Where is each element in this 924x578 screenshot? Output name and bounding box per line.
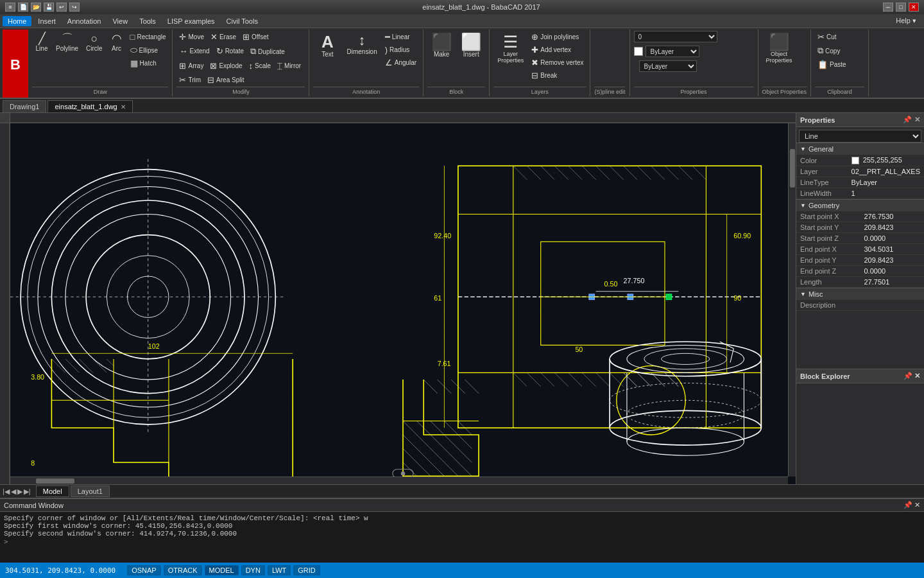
explode-button[interactable]: ⊠ Explode — [207, 60, 244, 72]
menu-tools[interactable]: Tools — [134, 16, 161, 26]
dyn-button[interactable]: DYN — [241, 565, 265, 575]
linetype-selector[interactable]: ByLayer Continuous — [639, 60, 697, 72]
osnap-button[interactable]: OSNAP — [127, 565, 161, 575]
otrack-button[interactable]: OTRACK — [164, 565, 202, 575]
drawing-canvas[interactable]: 47 — [10, 123, 796, 484]
lwt-button[interactable]: LWT — [268, 565, 291, 575]
tab-drawing1-label: Drawing1 — [10, 103, 39, 110]
general-section-header[interactable]: ▼ General — [796, 143, 924, 155]
startz-value: 0.0000 — [860, 233, 925, 244]
menu-home[interactable]: Home — [3, 16, 31, 26]
layer-selector[interactable]: 0 02__PRT_ALL_AXES — [634, 31, 717, 42]
copy-icon: ⧉ — [817, 46, 823, 56]
misc-section-header[interactable]: ▼ Misc — [796, 288, 924, 300]
angular-icon: ∠ — [385, 58, 393, 67]
hatch-button[interactable]: ▦ Hatch — [128, 57, 169, 69]
dimension-icon: ↕ — [359, 33, 366, 48]
line-button[interactable]: ╱ Line — [32, 31, 51, 54]
maximize-btn[interactable]: □ — [896, 3, 906, 12]
arc-button[interactable]: ◠ Arc — [107, 31, 126, 54]
menubar: Home Insert Annotation View Tools LISP e… — [0, 14, 924, 28]
break-icon: ⊟ — [531, 71, 538, 80]
quick-access-btn[interactable]: ≡ — [5, 3, 15, 12]
tab-drawing1[interactable]: Drawing1 — [3, 100, 46, 112]
nav-next-icon[interactable]: ▶ — [17, 487, 22, 496]
obj-props-group-label: Object Properties — [762, 87, 807, 95]
tab-einsatz-close[interactable]: ✕ — [121, 103, 126, 110]
desc-value — [860, 300, 925, 311]
layers-group-label: Layers — [493, 87, 586, 95]
layout1-tab[interactable]: Layout1 — [71, 486, 110, 497]
open-btn[interactable]: 📂 — [31, 3, 41, 12]
menu-view[interactable]: View — [107, 16, 133, 26]
linear-button[interactable]: ━ Linear — [382, 31, 419, 43]
save-btn[interactable]: 💾 — [44, 3, 54, 12]
nav-prev-icon[interactable]: ◀ — [11, 487, 16, 496]
insert-button[interactable]: ⬜ Insert — [457, 31, 485, 60]
new-btn[interactable]: 📄 — [18, 3, 28, 12]
rectangle-button[interactable]: □ Rectangle — [128, 31, 169, 43]
make-button[interactable]: ⬛ Make — [427, 31, 456, 60]
menu-annotation[interactable]: Annotation — [62, 16, 107, 26]
layer-properties-button[interactable]: ☰ LayerProperties — [493, 31, 527, 66]
trim-button[interactable]: ✂ Trim — [176, 74, 203, 86]
model-button[interactable]: MODEL — [205, 565, 239, 575]
nav-first-icon[interactable]: |◀ — [3, 487, 10, 496]
block-explorer-close-icon[interactable]: ✕ — [914, 372, 920, 380]
properties-group-label: Properties — [634, 87, 754, 95]
text-button[interactable]: A Text — [313, 31, 341, 60]
model-tab[interactable]: Model — [36, 486, 69, 497]
add-vertex-button[interactable]: ✚ Add vertex — [529, 44, 586, 56]
menu-lisp[interactable]: LISP examples — [162, 16, 220, 26]
move-button[interactable]: ✛ Move — [176, 31, 206, 43]
line-icon: ╱ — [38, 33, 46, 44]
property-type-selector[interactable]: Line — [799, 130, 921, 143]
ellipse-button[interactable]: ⬭ Ellipse — [128, 44, 169, 57]
scale-button[interactable]: ↕ Scale — [246, 60, 274, 72]
array-button[interactable]: ⊞ Array — [176, 60, 206, 72]
menu-civil[interactable]: Civil Tools — [221, 16, 263, 26]
redo-btn[interactable]: ↪ — [69, 3, 80, 12]
app-icon[interactable]: B — [3, 30, 28, 99]
properties-tools: 0 02__PRT_ALL_AXES ByLayer 255,255,255 B… — [634, 31, 754, 87]
cut-button[interactable]: ✂ Cut — [815, 31, 839, 43]
endz-key: End point Z — [796, 266, 860, 277]
block-explorer-pin-icon[interactable]: 📌 — [903, 372, 912, 380]
angular-button[interactable]: ∠ Angular — [382, 57, 419, 69]
extend-button[interactable]: ↔ Extend — [176, 45, 212, 57]
cmd-pin-icon[interactable]: 📌 — [903, 501, 912, 509]
copy-button[interactable]: ⧉ Copy — [815, 44, 843, 57]
join-polylines-button[interactable]: ⊕ Join polylines — [529, 31, 586, 43]
mirror-button[interactable]: ⌶ Mirror — [275, 60, 304, 72]
menu-insert[interactable]: Insert — [33, 16, 61, 26]
undo-btn[interactable]: ↩ — [56, 3, 67, 12]
polyline-button[interactable]: ⌒ Polyline — [53, 31, 81, 54]
offset-button[interactable]: ⊞ Offset — [240, 31, 271, 43]
remove-vertex-button[interactable]: ✖ Remove vertex — [529, 57, 586, 69]
grid-button[interactable]: GRID — [293, 565, 320, 575]
dimension-button[interactable]: ↕ Dimension — [343, 31, 381, 58]
radius-button[interactable]: ) Radius — [382, 44, 419, 56]
cmd-close-icon[interactable]: ✕ — [914, 501, 920, 509]
areasplit-button[interactable]: ⊟ Area Split — [205, 74, 246, 86]
duplicate-button[interactable]: ⧉ Duplicate — [248, 45, 287, 58]
color-selector[interactable]: ByLayer 255,255,255 — [646, 46, 699, 57]
close-btn[interactable]: ✕ — [909, 3, 919, 12]
panel-pin-icon[interactable]: 📌 — [903, 116, 912, 124]
object-properties-button[interactable]: ⬛ ObjectProperties — [762, 31, 796, 66]
canvas-hscroll[interactable] — [10, 477, 788, 484]
panel-close-icon[interactable]: ✕ — [914, 116, 920, 124]
paste-button[interactable]: 📋 Paste — [815, 58, 849, 71]
geometry-section-header[interactable]: ▼ Geometry — [796, 199, 924, 211]
tab-einsatz[interactable]: einsatz_blatt_1.dwg ✕ — [47, 100, 132, 112]
minimize-btn[interactable]: ─ — [883, 3, 893, 12]
rotate-button[interactable]: ↻ Rotate — [214, 45, 246, 57]
paste-label: Paste — [830, 61, 846, 68]
circle-button[interactable]: ○ Circle — [83, 31, 106, 54]
canvas-vscroll[interactable] — [788, 123, 796, 477]
break-button[interactable]: ⊟ Break — [529, 69, 586, 82]
help-button[interactable]: Help ▾ — [891, 15, 921, 26]
erase-button[interactable]: ✕ Erase — [208, 31, 239, 43]
nav-last-icon[interactable]: ▶| — [24, 487, 31, 496]
prop-endx-row: End point X 304.5031 — [796, 244, 924, 255]
